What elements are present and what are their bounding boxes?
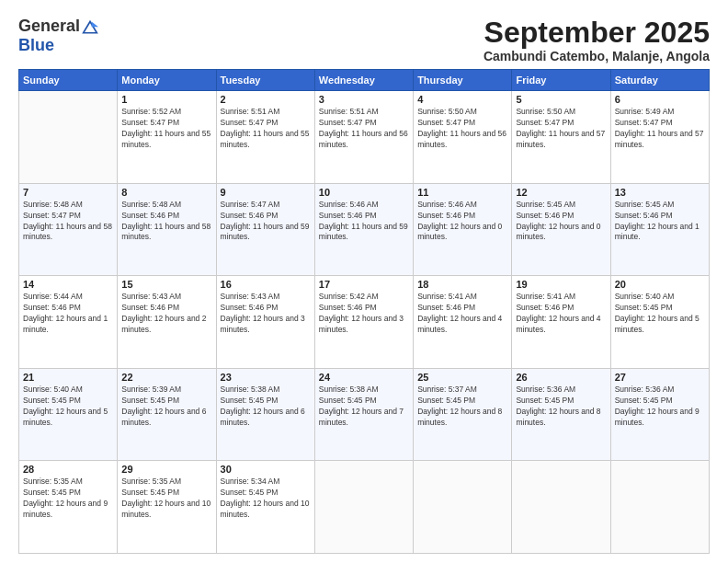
header-saturday: Saturday <box>610 70 709 91</box>
header-friday: Friday <box>512 70 610 91</box>
header: General Blue September 2025 Cambundi Cat… <box>18 17 710 63</box>
day-number: 22 <box>121 372 211 383</box>
table-row: 27 Sunrise: 5:36 AMSunset: 5:45 PMDaylig… <box>610 368 709 461</box>
table-row: 28 Sunrise: 5:35 AMSunset: 5:45 PMDaylig… <box>19 461 118 554</box>
day-number: 27 <box>615 372 705 383</box>
day-info: Sunrise: 5:48 AMSunset: 5:47 PMDaylight:… <box>23 200 113 244</box>
table-row: 13 Sunrise: 5:45 AMSunset: 5:46 PMDaylig… <box>610 183 709 276</box>
table-row <box>19 91 118 184</box>
day-number: 26 <box>516 372 606 383</box>
table-row: 23 Sunrise: 5:38 AMSunset: 5:45 PMDaylig… <box>216 368 314 461</box>
day-number: 17 <box>319 279 409 290</box>
table-row: 17 Sunrise: 5:42 AMSunset: 5:46 PMDaylig… <box>314 276 413 369</box>
day-info: Sunrise: 5:48 AMSunset: 5:46 PMDaylight:… <box>121 200 211 244</box>
calendar-week-row: 28 Sunrise: 5:35 AMSunset: 5:45 PMDaylig… <box>19 461 710 554</box>
day-number: 20 <box>615 279 705 290</box>
header-thursday: Thursday <box>414 70 512 91</box>
table-row: 9 Sunrise: 5:47 AMSunset: 5:46 PMDayligh… <box>216 183 314 276</box>
logo-triangle-icon <box>82 19 98 36</box>
day-info: Sunrise: 5:42 AMSunset: 5:46 PMDaylight:… <box>319 292 409 336</box>
day-number: 10 <box>319 187 409 198</box>
table-row <box>610 461 709 554</box>
table-row: 21 Sunrise: 5:40 AMSunset: 5:45 PMDaylig… <box>19 368 118 461</box>
table-row: 7 Sunrise: 5:48 AMSunset: 5:47 PMDayligh… <box>19 183 118 276</box>
day-info: Sunrise: 5:47 AMSunset: 5:46 PMDaylight:… <box>221 200 311 244</box>
day-info: Sunrise: 5:51 AMSunset: 5:47 PMDaylight:… <box>319 107 409 151</box>
day-info: Sunrise: 5:50 AMSunset: 5:47 PMDaylight:… <box>516 107 606 151</box>
day-info: Sunrise: 5:40 AMSunset: 5:45 PMDaylight:… <box>615 292 705 336</box>
calendar-week-row: 14 Sunrise: 5:44 AMSunset: 5:46 PMDaylig… <box>19 276 710 369</box>
day-number: 15 <box>121 279 211 290</box>
day-info: Sunrise: 5:37 AMSunset: 5:45 PMDaylight:… <box>417 385 507 429</box>
table-row: 16 Sunrise: 5:43 AMSunset: 5:46 PMDaylig… <box>216 276 314 369</box>
table-row: 3 Sunrise: 5:51 AMSunset: 5:47 PMDayligh… <box>314 91 413 184</box>
calendar-week-row: 7 Sunrise: 5:48 AMSunset: 5:47 PMDayligh… <box>19 183 710 276</box>
calendar-week-row: 1 Sunrise: 5:52 AMSunset: 5:47 PMDayligh… <box>19 91 710 184</box>
svg-marker-0 <box>84 21 97 32</box>
day-info: Sunrise: 5:43 AMSunset: 5:46 PMDaylight:… <box>221 292 311 336</box>
table-row: 8 Sunrise: 5:48 AMSunset: 5:46 PMDayligh… <box>118 183 216 276</box>
table-row: 4 Sunrise: 5:50 AMSunset: 5:47 PMDayligh… <box>414 91 512 184</box>
table-row: 14 Sunrise: 5:44 AMSunset: 5:46 PMDaylig… <box>19 276 118 369</box>
title-block: September 2025 Cambundi Catembo, Malanje… <box>483 17 710 63</box>
day-info: Sunrise: 5:45 AMSunset: 5:46 PMDaylight:… <box>615 200 705 244</box>
header-sunday: Sunday <box>19 70 118 91</box>
table-row: 30 Sunrise: 5:34 AMSunset: 5:45 PMDaylig… <box>216 461 314 554</box>
day-info: Sunrise: 5:45 AMSunset: 5:46 PMDaylight:… <box>516 200 606 244</box>
day-number: 4 <box>417 94 507 105</box>
logo-container: General Blue <box>18 17 98 55</box>
day-number: 23 <box>221 372 311 383</box>
table-row: 24 Sunrise: 5:38 AMSunset: 5:45 PMDaylig… <box>314 368 413 461</box>
day-number: 5 <box>516 94 606 105</box>
table-row: 26 Sunrise: 5:36 AMSunset: 5:45 PMDaylig… <box>512 368 610 461</box>
day-info: Sunrise: 5:49 AMSunset: 5:47 PMDaylight:… <box>615 107 705 151</box>
day-number: 30 <box>221 464 311 475</box>
logo: General Blue <box>18 17 98 55</box>
day-number: 14 <box>23 279 113 290</box>
day-info: Sunrise: 5:39 AMSunset: 5:45 PMDaylight:… <box>121 385 211 429</box>
table-row: 10 Sunrise: 5:46 AMSunset: 5:46 PMDaylig… <box>314 183 413 276</box>
table-row <box>314 461 413 554</box>
day-info: Sunrise: 5:44 AMSunset: 5:46 PMDaylight:… <box>23 292 113 336</box>
table-row: 22 Sunrise: 5:39 AMSunset: 5:45 PMDaylig… <box>118 368 216 461</box>
day-info: Sunrise: 5:46 AMSunset: 5:46 PMDaylight:… <box>319 200 409 244</box>
table-row: 11 Sunrise: 5:46 AMSunset: 5:46 PMDaylig… <box>414 183 512 276</box>
day-number: 3 <box>319 94 409 105</box>
day-number: 24 <box>319 372 409 383</box>
table-row: 19 Sunrise: 5:41 AMSunset: 5:46 PMDaylig… <box>512 276 610 369</box>
day-info: Sunrise: 5:52 AMSunset: 5:47 PMDaylight:… <box>121 107 211 151</box>
table-row: 29 Sunrise: 5:35 AMSunset: 5:45 PMDaylig… <box>118 461 216 554</box>
day-info: Sunrise: 5:50 AMSunset: 5:47 PMDaylight:… <box>417 107 507 151</box>
day-number: 16 <box>221 279 311 290</box>
day-info: Sunrise: 5:40 AMSunset: 5:45 PMDaylight:… <box>23 385 113 429</box>
day-info: Sunrise: 5:35 AMSunset: 5:45 PMDaylight:… <box>121 477 211 521</box>
day-info: Sunrise: 5:36 AMSunset: 5:45 PMDaylight:… <box>615 385 705 429</box>
page-title: September 2025 <box>483 17 710 49</box>
day-number: 9 <box>221 187 311 198</box>
calendar-table: Sunday Monday Tuesday Wednesday Thursday… <box>18 69 710 554</box>
header-wednesday: Wednesday <box>314 70 413 91</box>
table-row: 18 Sunrise: 5:41 AMSunset: 5:46 PMDaylig… <box>414 276 512 369</box>
table-row: 15 Sunrise: 5:43 AMSunset: 5:46 PMDaylig… <box>118 276 216 369</box>
day-info: Sunrise: 5:38 AMSunset: 5:45 PMDaylight:… <box>319 385 409 429</box>
page-subtitle: Cambundi Catembo, Malanje, Angola <box>483 49 710 63</box>
calendar-header-row: Sunday Monday Tuesday Wednesday Thursday… <box>19 70 710 91</box>
table-row: 5 Sunrise: 5:50 AMSunset: 5:47 PMDayligh… <box>512 91 610 184</box>
day-number: 28 <box>23 464 113 475</box>
day-number: 19 <box>516 279 606 290</box>
table-row: 20 Sunrise: 5:40 AMSunset: 5:45 PMDaylig… <box>610 276 709 369</box>
day-info: Sunrise: 5:38 AMSunset: 5:45 PMDaylight:… <box>221 385 311 429</box>
day-number: 29 <box>121 464 211 475</box>
table-row <box>512 461 610 554</box>
table-row: 25 Sunrise: 5:37 AMSunset: 5:45 PMDaylig… <box>414 368 512 461</box>
page: General Blue September 2025 Cambundi Cat… <box>0 0 728 563</box>
day-info: Sunrise: 5:35 AMSunset: 5:45 PMDaylight:… <box>23 477 113 521</box>
day-number: 6 <box>615 94 705 105</box>
day-number: 21 <box>23 372 113 383</box>
header-monday: Monday <box>118 70 216 91</box>
table-row: 12 Sunrise: 5:45 AMSunset: 5:46 PMDaylig… <box>512 183 610 276</box>
day-number: 13 <box>615 187 705 198</box>
table-row: 2 Sunrise: 5:51 AMSunset: 5:47 PMDayligh… <box>216 91 314 184</box>
day-info: Sunrise: 5:43 AMSunset: 5:46 PMDaylight:… <box>121 292 211 336</box>
day-info: Sunrise: 5:41 AMSunset: 5:46 PMDaylight:… <box>516 292 606 336</box>
